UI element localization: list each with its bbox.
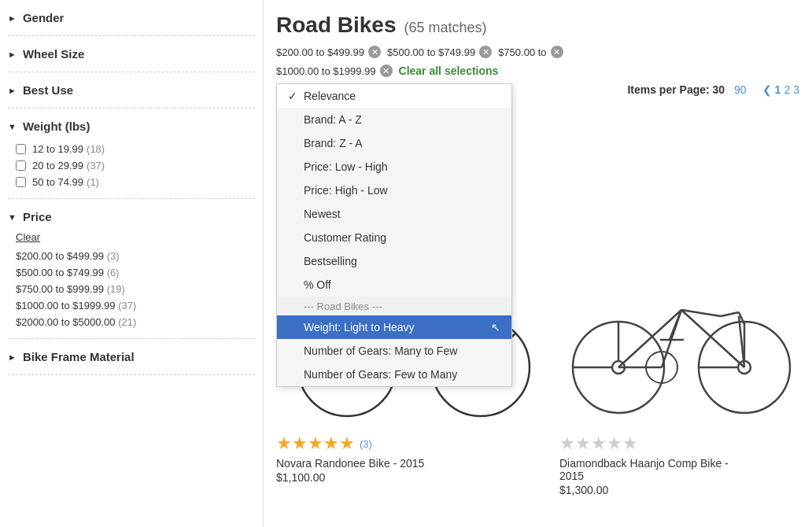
filter-tag-1: $500.00 to $749.99 ✕ — [387, 46, 492, 58]
chevron-left-icon[interactable]: ❮ — [762, 83, 772, 96]
toolbar: ✓ Relevance ✓ Brand: A - Z ✓ Brand: Z - … — [276, 83, 799, 96]
sidebar-gender-header[interactable]: ► Gender — [8, 8, 255, 28]
stars-0: ★★★★★ — [276, 433, 355, 454]
sidebar-section-bike-frame: ► Bike Frame Material — [8, 339, 255, 375]
sort-dropdown[interactable]: ✓ Relevance ✓ Brand: A - Z ✓ Brand: Z - … — [276, 83, 512, 387]
sidebar-wheel-size-header[interactable]: ► Wheel Size — [8, 44, 255, 64]
best-use-label: Best Use — [23, 83, 73, 97]
remove-filter-0[interactable]: ✕ — [368, 46, 381, 58]
check-icon: ✓ — [288, 90, 297, 102]
product-rating-1: ★★★★★ — [559, 433, 795, 454]
price-option-1[interactable]: $500.00 to $749.99 (6) — [16, 264, 255, 281]
review-count-0[interactable]: (3) — [360, 438, 372, 450]
sort-option-newest[interactable]: ✓ Newest — [277, 202, 511, 226]
sort-divider-road-bikes: ✓ --- Road Bikes --- — [277, 297, 511, 315]
price-option-3[interactable]: $1000.00 to $1999.99 (37) — [16, 297, 255, 314]
filter-tag-3: $1000.00 to $1999.99 ✕ — [276, 64, 393, 77]
sidebar-section-price: ▼ Price Clear $200.00 to $499.99 (3) $50… — [8, 199, 255, 339]
product-card-1: ★★★★★ Diamondback Haanjo Comp Bike -2015… — [559, 238, 795, 496]
pagination: ❮ 1 2 3 — [762, 83, 799, 96]
sidebar-section-gender: ► Gender — [8, 0, 255, 36]
product-price-1: $1,300.00 — [559, 484, 795, 496]
sort-option-gears-many-few[interactable]: ✓ Number of Gears: Many to Few — [277, 339, 511, 363]
sidebar-weight-header[interactable]: ▼ Weight (lbs) — [8, 116, 255, 136]
sort-option-customer-rating[interactable]: ✓ Customer Rating — [277, 226, 511, 249]
weight-option-label-1: 20 to 29.99 — [32, 160, 83, 171]
filter-row-2: $1000.00 to $1999.99 ✕ Clear all selecti… — [276, 64, 799, 77]
product-rating-0: ★★★★★ (3) — [276, 433, 544, 454]
svg-line-33 — [721, 312, 739, 316]
product-price-0: $1,100.00 — [276, 471, 544, 484]
items-per-page: Items per Page: 30 90 — [627, 83, 746, 96]
wheel-size-label: Wheel Size — [23, 47, 84, 61]
bike-frame-label: Bike Frame Material — [23, 350, 135, 363]
matches-count: (65 matches) — [404, 20, 487, 36]
main-content: Road Bikes (65 matches) $200.00 to $499.… — [264, 0, 812, 527]
sort-option-price-high-low[interactable]: ✓ Price: High - Low — [277, 179, 511, 202]
weight-arrow-icon: ▼ — [8, 122, 17, 131]
wheel-size-arrow-icon: ► — [8, 50, 17, 59]
gender-arrow-icon: ► — [8, 13, 17, 23]
gender-label: Gender — [23, 11, 65, 24]
weight-label: Weight (lbs) — [23, 120, 90, 133]
weight-option-0: 12 to 19.99 (18) — [16, 141, 255, 157]
weight-option-count-2: (1) — [87, 176, 99, 188]
price-label: Price — [23, 210, 52, 223]
page-3[interactable]: 3 — [793, 83, 799, 96]
title-row: Road Bikes (65 matches) — [276, 0, 799, 42]
alt-per-page[interactable]: 90 — [734, 83, 747, 96]
best-use-arrow-icon: ► — [8, 86, 17, 95]
sort-option-bestselling[interactable]: ✓ Bestselling — [277, 249, 511, 273]
weight-option-2: 50 to 74.99 (1) — [16, 174, 255, 190]
filter-tag-0: $200.00 to $499.99 ✕ — [276, 46, 381, 58]
weight-checkbox-2[interactable] — [16, 177, 26, 187]
price-clear-link[interactable]: Clear — [16, 231, 255, 243]
weight-options: 12 to 19.99 (18) 20 to 29.99 (37) 50 to … — [8, 136, 255, 190]
sidebar-best-use-header[interactable]: ► Best Use — [8, 80, 255, 100]
weight-option-count-1: (37) — [87, 160, 105, 171]
sidebar-section-weight: ▼ Weight (lbs) 12 to 19.99 (18) 20 to 29… — [8, 109, 255, 199]
filter-tag-2: $750.00 to ✕ — [498, 46, 563, 58]
cursor-icon: ↖ — [491, 321, 500, 334]
price-options: Clear $200.00 to $499.99 (3) $500.00 to … — [8, 227, 255, 330]
remove-filter-1[interactable]: ✕ — [479, 46, 492, 58]
current-per-page: 30 — [713, 83, 725, 96]
product-name-0: Novara Randonee Bike - 2015 — [276, 457, 544, 470]
weight-option-1: 20 to 29.99 (37) — [16, 157, 255, 174]
weight-option-label-0: 12 to 19.99 — [32, 143, 83, 155]
product-image-1 — [559, 238, 795, 426]
sort-option-relevance[interactable]: ✓ Relevance — [277, 84, 511, 108]
sort-option-brand-za[interactable]: ✓ Brand: Z - A — [277, 131, 511, 155]
page-2[interactable]: 2 — [784, 83, 790, 96]
sort-option-brand-az[interactable]: ✓ Brand: A - Z — [277, 108, 511, 131]
sort-option-gears-few-many[interactable]: ✓ Number of Gears: Few to Many — [277, 363, 511, 386]
remove-filter-2[interactable]: ✕ — [551, 46, 563, 58]
weight-checkbox-0[interactable] — [16, 144, 26, 154]
price-option-4[interactable]: $2000.00 to $5000.00 (21) — [16, 314, 255, 330]
stars-empty-1: ★★★★★ — [559, 433, 638, 454]
active-filters: $200.00 to $499.99 ✕ $500.00 to $749.99 … — [276, 46, 799, 77]
weight-option-label-2: 50 to 74.99 — [32, 176, 83, 188]
weight-option-count-0: (18) — [87, 143, 105, 155]
clear-all-link[interactable]: Clear all selections — [399, 64, 499, 77]
sort-option-weight-light-heavy[interactable]: ✓ Weight: Light to Heavy ↖ — [277, 315, 511, 339]
product-name-1: Diamondback Haanjo Comp Bike -2015 — [559, 457, 795, 482]
price-arrow-icon: ▼ — [8, 212, 17, 222]
remove-filter-3[interactable]: ✕ — [380, 64, 393, 77]
sidebar: ► Gender ► Wheel Size ► Best Use ▼ Weigh… — [0, 0, 264, 527]
sidebar-section-best-use: ► Best Use — [8, 72, 255, 109]
svg-line-28 — [681, 310, 744, 367]
price-option-2[interactable]: $750.00 to $999.99 (19) — [16, 281, 255, 297]
bike-frame-arrow-icon: ► — [8, 352, 17, 362]
page-1[interactable]: 1 — [775, 83, 781, 96]
sidebar-price-header[interactable]: ▼ Price — [8, 207, 255, 227]
weight-checkbox-1[interactable] — [16, 160, 26, 171]
page-title: Road Bikes — [276, 6, 397, 42]
sort-option-price-low-high[interactable]: ✓ Price: Low - High — [277, 155, 511, 179]
sidebar-section-wheel-size: ► Wheel Size — [8, 36, 255, 72]
sidebar-bike-frame-header[interactable]: ► Bike Frame Material — [8, 347, 255, 367]
price-option-0[interactable]: $200.00 to $499.99 (3) — [16, 248, 255, 264]
sort-option-pct-off[interactable]: ✓ % Off — [277, 273, 511, 297]
